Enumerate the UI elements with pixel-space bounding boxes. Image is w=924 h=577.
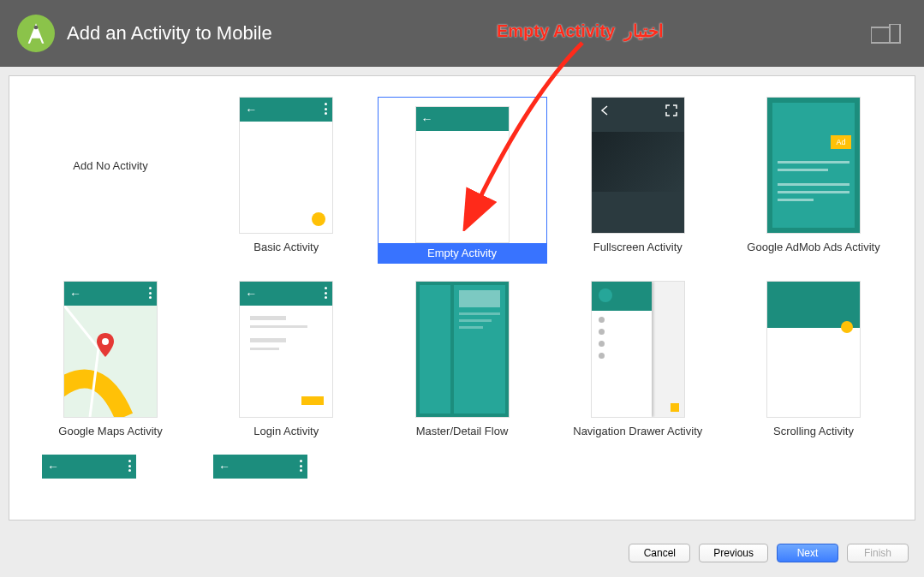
- template-navigation-drawer-activity[interactable]: Navigation Drawer Activity: [552, 281, 724, 437]
- ad-badge: Ad: [831, 135, 851, 149]
- finish-button: Finish: [847, 544, 909, 562]
- template-partial-1[interactable]: ←: [42, 455, 136, 479]
- fab-icon: [312, 212, 325, 226]
- next-button[interactable]: Next: [777, 544, 838, 562]
- template-thumbnail: ←: [415, 106, 510, 243]
- form-factor-icon: [871, 24, 905, 47]
- overflow-icon: [128, 460, 131, 472]
- template-label: Fullscreen Activity: [593, 241, 683, 253]
- svg-point-5: [102, 338, 109, 345]
- template-add-no-activity[interactable]: Add No Activity: [25, 97, 196, 264]
- overflow-icon: [300, 460, 302, 472]
- back-icon: ←: [218, 460, 230, 473]
- back-icon: ←: [69, 287, 81, 300]
- template-empty-activity[interactable]: ← Empty Activity: [377, 97, 548, 264]
- template-google-maps-activity[interactable]: ← Google Maps Activity: [25, 281, 196, 437]
- template-label: Master/Detail Flow: [416, 425, 509, 437]
- template-master-detail-flow[interactable]: Master/Detail Flow: [377, 281, 548, 437]
- template-label: Login Activity: [253, 425, 319, 437]
- overflow-icon: [325, 287, 327, 299]
- svg-point-1: [34, 26, 39, 30]
- template-label: Empty Activity: [379, 243, 546, 263]
- fullscreen-icon: [665, 104, 677, 116]
- wizard-header: Add an Activity to Mobile: [0, 0, 924, 67]
- back-icon: ←: [245, 103, 257, 116]
- template-label: Google AdMob Ads Activity: [747, 241, 879, 253]
- template-login-activity[interactable]: ← Login Activity: [200, 281, 372, 437]
- back-icon: ←: [421, 112, 433, 126]
- template-gallery: Add No Activity ← Basic Activity ← Empty…: [9, 75, 915, 520]
- template-thumbnail: ←: [239, 97, 333, 234]
- template-partial-2[interactable]: ←: [213, 455, 307, 479]
- template-label: Basic Activity: [253, 241, 319, 253]
- template-google-admob-ads-activity[interactable]: Ad Google AdMob Ads Activity: [728, 97, 899, 264]
- template-thumbnail: [591, 97, 685, 234]
- back-icon: ←: [47, 460, 59, 473]
- previous-button[interactable]: Previous: [699, 544, 768, 562]
- template-thumbnail: [591, 281, 685, 418]
- template-label: Scrolling Activity: [773, 425, 854, 437]
- template-thumbnail: [766, 281, 861, 418]
- overflow-icon: [325, 103, 327, 115]
- wizard-footer: Cancel Previous Next Finish: [0, 529, 924, 577]
- login-button-icon: [301, 396, 324, 405]
- android-studio-logo: [17, 15, 55, 52]
- template-thumbnail: ←: [63, 281, 158, 418]
- template-basic-activity[interactable]: ← Basic Activity: [200, 97, 372, 264]
- back-icon: [599, 104, 611, 116]
- template-scrolling-activity[interactable]: Scrolling Activity: [728, 281, 899, 437]
- template-label: Google Maps Activity: [58, 425, 162, 437]
- back-icon: ←: [245, 287, 257, 300]
- template-label: Navigation Drawer Activity: [573, 425, 702, 437]
- template-fullscreen-activity[interactable]: Fullscreen Activity: [552, 97, 724, 264]
- map-pin-icon: [97, 333, 114, 357]
- template-thumbnail: [415, 281, 510, 418]
- wizard-title: Add an Activity to Mobile: [67, 22, 272, 45]
- cancel-button[interactable]: Cancel: [629, 544, 690, 562]
- overflow-icon: [149, 287, 152, 299]
- template-label: Add No Activity: [63, 97, 158, 234]
- template-thumbnail: ←: [239, 281, 333, 418]
- svg-rect-3: [890, 24, 900, 43]
- template-thumbnail: Ad: [766, 97, 861, 234]
- fab-icon: [841, 321, 853, 333]
